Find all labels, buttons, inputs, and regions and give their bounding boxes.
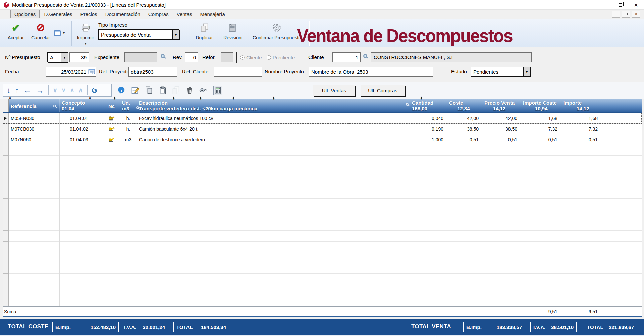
expediente-input[interactable]: [124, 52, 157, 62]
radio-cliente[interactable]: Cliente: [240, 55, 262, 60]
expediente-label: Expediente: [94, 52, 119, 62]
machinery-icon: [108, 126, 115, 131]
move-top-button[interactable]: ∧∧: [78, 89, 83, 92]
ult-ventas-button[interactable]: Ult. Ventas: [313, 85, 355, 96]
referencia-search-icon[interactable]: [53, 105, 56, 107]
ref-cliente-input[interactable]: [214, 67, 262, 77]
table-row[interactable]: M07CB030 01.04.02 h. Camión basculante 6…: [3, 124, 642, 134]
cell-nc: [103, 124, 120, 134]
numero-presupuesto-input[interactable]: [69, 52, 89, 62]
refor-input[interactable]: [221, 52, 233, 62]
delete-button[interactable]: [186, 86, 193, 94]
ref-proyecto-input[interactable]: [128, 67, 177, 77]
col-ud[interactable]: Ud. m3: [120, 99, 137, 112]
nav-up-button[interactable]: ↑: [15, 86, 19, 94]
col-nc[interactable]: Nc: [103, 99, 120, 112]
duplicar-button[interactable]: Duplicar: [191, 21, 218, 46]
tipo-impreso-select[interactable]: Presupuesto de Venta ▼: [98, 29, 179, 40]
paste-button[interactable]: [159, 86, 166, 94]
sort-arrows-icon[interactable]: ▴▾: [114, 96, 115, 100]
row-selector-cell[interactable]: [3, 124, 9, 134]
sort-arrows-icon[interactable]: ▴▾: [173, 96, 174, 100]
row-selector-cell[interactable]: [3, 113, 9, 123]
move-up-button[interactable]: ∧: [70, 89, 74, 92]
col-importe-coste[interactable]: Importe Coste 10,94: [521, 99, 561, 112]
calculator-button[interactable]: [213, 86, 222, 95]
cell-importe: 7,32: [561, 124, 601, 134]
cantidad-search-icon[interactable]: [406, 103, 409, 106]
menu-precios[interactable]: Precios: [77, 10, 101, 18]
mdi-minimize-button[interactable]: ▁: [612, 11, 620, 18]
mdi-close-button[interactable]: ✕: [632, 11, 640, 18]
cliente-search-icon[interactable]: [363, 54, 367, 58]
sort-arrows-icon[interactable]: ▴▾: [273, 96, 274, 100]
close-button[interactable]: ×: [628, 0, 644, 9]
calendar-icon[interactable]: [88, 68, 95, 75]
cell-referencia: M05EN030: [9, 113, 60, 123]
cell-coste: 38,50: [447, 124, 482, 134]
menu-dgenerales[interactable]: D.Generales: [40, 10, 76, 18]
refresh-icon[interactable]: [91, 87, 98, 94]
sort-arrows-icon[interactable]: ▴▾: [9, 96, 11, 100]
move-down-button[interactable]: ∨: [61, 89, 65, 92]
sort-arrows-icon[interactable]: ▴▾: [89, 96, 91, 100]
cell-concepto: 01.04.03: [60, 134, 103, 145]
cell-coste: 42,00: [447, 113, 482, 123]
sort-arrows-icon[interactable]: ▴▾: [200, 96, 201, 100]
copy-button[interactable]: [145, 86, 153, 94]
sort-arrows-icon[interactable]: ▴▾: [233, 96, 234, 100]
table-row[interactable]: M07N060 01.04.03 m3 Canon de desbroce a …: [3, 134, 642, 145]
total-venta-title: TOTAL VENTA: [411, 323, 451, 330]
grid-toolbar: ↓ ↑ ← → ∨∨ ∨ ∧ ∧∧ i: [0, 82, 644, 99]
tipo-impreso-arrow-icon[interactable]: ▼: [172, 30, 179, 39]
revision-button[interactable]: Revisión: [219, 21, 246, 46]
serie-arrow-icon[interactable]: ▼: [61, 53, 68, 62]
col-importe[interactable]: Importe 14,12: [561, 99, 601, 112]
col-descripcion[interactable]: Descripción Transporte vertedero dist. <…: [137, 99, 405, 112]
edit-button[interactable]: [131, 86, 140, 94]
menu-compras[interactable]: Compras: [145, 10, 172, 18]
col-concepto[interactable]: Concepto 01.04: [60, 99, 103, 112]
imprimir-button[interactable]: Imprimir ▼: [75, 21, 96, 46]
aceptar-button[interactable]: ✔ Aceptar: [4, 21, 28, 46]
move-bottom-button[interactable]: ∨∨: [53, 89, 57, 92]
row-selector-cell[interactable]: [3, 134, 9, 145]
cell-nc: [103, 113, 120, 123]
estado-select[interactable]: Pendientes ▼: [471, 67, 530, 77]
nav-down-button[interactable]: ↓: [7, 86, 11, 94]
cancelar-button[interactable]: Cancelar: [29, 21, 53, 46]
cliente-codigo-input[interactable]: [332, 52, 361, 62]
col-coste[interactable]: Coste 12,84: [447, 99, 482, 112]
fecha-label: Fecha: [5, 67, 19, 77]
preview-eye-button[interactable]: [199, 87, 208, 93]
col-referencia[interactable]: Referencia: [9, 99, 60, 112]
minimize-button[interactable]: [597, 0, 613, 9]
mdi-restore-button[interactable]: [622, 11, 630, 18]
expediente-search-icon[interactable]: [161, 54, 165, 58]
menu-documentacion[interactable]: Documentación: [102, 10, 144, 18]
cancel-icon: [37, 24, 44, 31]
application-window: Modificar Presupuesto de Venta 21/00033 …: [0, 0, 644, 336]
menu-opciones[interactable]: Opciones: [10, 10, 40, 18]
info-button[interactable]: i: [118, 86, 126, 94]
new-sheet-button[interactable]: [172, 86, 180, 94]
estado-arrow-icon[interactable]: ▼: [523, 67, 530, 76]
table-row[interactable]: M05EN030 01.04.01 h. Excav.hidráulica ne…: [3, 113, 642, 124]
restore-button[interactable]: [613, 0, 628, 9]
col-cantidad[interactable]: Cantidad 168,00: [405, 99, 447, 112]
minimize-icon: [603, 5, 607, 5]
radio-precliente[interactable]: Precliente: [267, 55, 295, 60]
menu-ventas[interactable]: Ventas: [173, 10, 196, 18]
rev-input[interactable]: [185, 52, 198, 62]
cell-extra: [616, 113, 642, 123]
ult-compras-button[interactable]: Ult. Compras: [361, 85, 405, 96]
col-precio-venta[interactable]: Precio Venta 14,12: [482, 99, 521, 112]
nav-right-button[interactable]: →: [36, 86, 44, 94]
menu-mensajeria[interactable]: Mensajería: [197, 10, 229, 18]
nombre-proyecto-input[interactable]: [309, 67, 433, 77]
new-window-button[interactable]: ▼: [54, 25, 70, 42]
sort-arrows-icon[interactable]: ▴▾: [421, 96, 422, 100]
imprimir-dropdown-icon[interactable]: ▼: [84, 42, 87, 45]
nav-left-button[interactable]: ←: [23, 86, 32, 94]
serie-select[interactable]: A ▼: [47, 52, 68, 62]
